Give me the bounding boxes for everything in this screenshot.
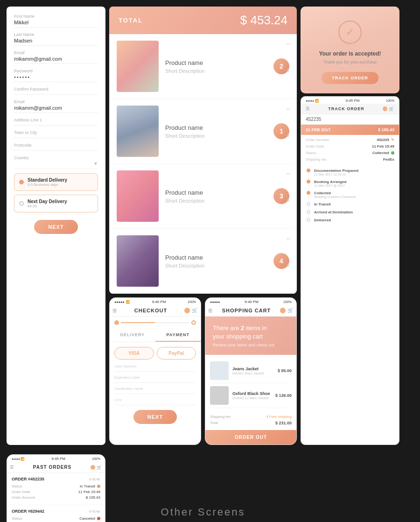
order-1-view[interactable]: VIEW <box>89 477 100 481</box>
order-1-date-label: Order Date <box>12 490 30 494</box>
country-group: Country ▼ <box>14 155 98 169</box>
tl-content-2: Booking Arranged 11 Mar 2017 @ 2017 <box>314 180 394 191</box>
cvv-label: CVV <box>114 398 196 402</box>
cart-summary: Shipping fee ℹ Free shipping Total $ 231… <box>205 412 296 430</box>
order-out-button[interactable]: ORDER OUT <box>205 430 296 444</box>
cardholder-label: Cardholder name <box>114 387 196 391</box>
visa-button[interactable]: VISA <box>114 347 154 360</box>
product-name-2: Product name <box>165 124 267 131</box>
checkout-next-button[interactable]: NEXT <box>133 410 177 424</box>
jacket-image <box>210 361 229 380</box>
decrease-qty-3[interactable]: − <box>286 170 290 178</box>
email2-value[interactable]: mikamm@gmail.com <box>14 105 98 113</box>
product-info-3: Product name Short Description <box>165 189 267 204</box>
delivery-options: Standard Delivery 3-5 Business days Next… <box>14 173 98 212</box>
address-value[interactable] <box>14 123 98 126</box>
order-2-status-label: Status <box>12 516 22 521</box>
order-1-number: ORDER #452235 <box>12 477 44 481</box>
form-fields: First Name Mikkel Last Name Madsen Email… <box>14 14 98 169</box>
next-day-delivery-radio[interactable] <box>19 201 24 206</box>
past-orders-icons: 🛒 <box>91 465 102 470</box>
step2-dot <box>191 320 196 325</box>
track-cart-icon: 🛒 <box>389 106 394 111</box>
confirm-password-label: Confirm Password <box>14 87 98 92</box>
product-item-4: Product name Short Description 4 − + <box>109 229 297 294</box>
delivery-tab[interactable]: DELIVERY <box>110 329 155 342</box>
track-hamburger-icon: ☰ <box>306 106 310 111</box>
total-row: Total $ 231.00 <box>210 421 292 425</box>
cart-hero-title: There are 2 items in your shopping cart <box>213 324 289 341</box>
track-order-button[interactable]: TRACK ORDER <box>322 72 378 84</box>
order-1-status-value: In Transit <box>80 484 100 488</box>
cart-hero: There are 2 items in your shopping cart … <box>205 317 296 355</box>
city-group: Town or City <box>14 130 98 138</box>
postcode-value[interactable] <box>14 148 98 151</box>
jacket-info: Jeans Jacket Denim Jean Jacket <box>232 367 264 375</box>
order-1-status-row: Status In Transit <box>12 484 100 488</box>
track-order-phone: ●●●●● 📶 9:45 PM 100% ☰ TRACK ORDER 🛒 452… <box>301 96 399 445</box>
order-1-status-label: Status <box>12 484 22 488</box>
increase-qty-4[interactable]: + <box>286 261 290 269</box>
order-number-row: Order Number 452235 ✎ <box>306 138 394 142</box>
email-value[interactable]: mikamm@gmail.com <box>14 56 98 64</box>
decrease-qty-2[interactable]: − <box>286 106 290 113</box>
checkout-status-bar: ●●●●● 📶 9:40 PM 100% <box>110 298 201 305</box>
product-name-1: Product name <box>165 59 267 66</box>
chevron-down-icon: ▼ <box>93 161 98 166</box>
checkout-battery: 100% <box>188 300 196 304</box>
tl-title-2: Booking Arranged <box>314 180 394 184</box>
past-orders-profile-icon <box>91 465 95 470</box>
status-row: Status Collected <box>306 151 394 155</box>
decrease-qty-4[interactable]: − <box>286 235 290 243</box>
past-orders-header: ☰ PAST ORDERS 🛒 <box>7 462 105 473</box>
cart-signal: ●●●●● <box>210 300 220 304</box>
order-date-row: Order Date 11 Feb 15:49 <box>306 144 394 148</box>
product-desc-2: Short Description <box>165 133 267 139</box>
past-orders-signal: ●●●●● 📶 <box>12 457 25 461</box>
expiration-field[interactable]: Expiration Date <box>114 375 196 383</box>
order-1: ORDER #452235 VIEW Status In Transit Ord… <box>7 473 105 505</box>
city-value[interactable] <box>14 136 98 138</box>
email-label: Email <box>14 50 98 55</box>
confirm-password-value[interactable] <box>14 92 98 95</box>
shoes-desc: Oxford 12 Men Shoes <box>232 396 270 400</box>
status-label: Status <box>306 151 316 155</box>
product-list: Product name Short Description 2 − + Pro… <box>109 34 297 294</box>
first-name-value[interactable]: Mikkel <box>14 20 98 28</box>
tl-dot-5 <box>307 210 310 214</box>
standard-delivery-option[interactable]: Standard Delivery 3-5 Business days <box>14 173 98 191</box>
last-name-value[interactable]: Madsen <box>14 38 98 46</box>
tl-dot-4 <box>307 202 310 206</box>
total-header: TOTAL $ 453.24 <box>109 7 297 34</box>
standard-delivery-radio[interactable] <box>19 180 24 184</box>
shipping-row: Shipping fee ℹ Free shipping <box>210 415 292 419</box>
next-day-delivery-option[interactable]: Next Day Delivery $4.00 <box>14 195 98 212</box>
decrease-qty-1[interactable]: − <box>286 41 290 48</box>
increase-qty-1[interactable]: + <box>286 67 290 74</box>
card-number-field[interactable]: Card Number <box>114 364 196 372</box>
increase-qty-2[interactable]: + <box>286 132 290 139</box>
check-icon: ✓ <box>338 21 362 44</box>
cvv-field[interactable]: CVV <box>114 398 196 405</box>
cardholder-field[interactable]: Cardholder name <box>114 387 196 394</box>
tl-content-1: Documentation Prepared 11 Mar 2017 12:10… <box>314 169 394 180</box>
shoes-image <box>210 386 229 405</box>
password-value[interactable]: •••••• <box>14 74 98 82</box>
product-item-3: Product name Short Description 3 − + <box>109 164 297 229</box>
paypal-button[interactable]: PayPal <box>157 347 196 360</box>
shipping-label: Shipping fee <box>210 415 231 419</box>
checkout-tabs: DELIVERY PAYMENT <box>110 329 201 342</box>
next-button[interactable]: NEXT <box>34 220 77 234</box>
cart-hamburger-icon: ☰ <box>208 308 213 313</box>
cart-status-bar: ●●●●● 9:40 PM 100% <box>205 298 296 305</box>
increase-qty-3[interactable]: + <box>286 197 290 204</box>
payment-tab[interactable]: PAYMENT <box>155 329 201 342</box>
product-info-1: Product name Short Description <box>165 59 267 74</box>
timeline-step-2: Booking Arranged 11 Mar 2017 @ 2017 <box>306 180 394 191</box>
tl-title-1: Documentation Prepared <box>314 169 394 173</box>
address-group: Address Line 1 <box>14 118 98 126</box>
order-2-view[interactable]: VIEW <box>89 509 100 514</box>
email2-label: Email <box>14 99 98 104</box>
track-date: 21 FEB 2017 <box>306 127 330 132</box>
edit-icon: ✎ <box>391 138 394 142</box>
